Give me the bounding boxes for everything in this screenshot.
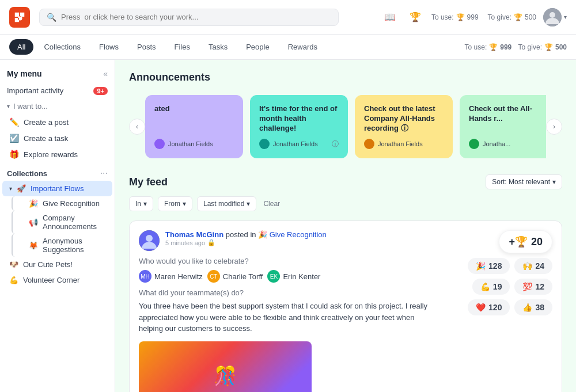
svg-point-1 [550, 12, 555, 18]
coll-label-volunteer-corner: Volunteer Corner [23, 276, 79, 284]
announcement-card-4[interactable]: Check out the All-Hands r... Jonatha... [460, 95, 546, 158]
search-input[interactable] [61, 13, 331, 21]
tab-collections[interactable]: Collections [36, 39, 89, 55]
reaction-hands[interactable]: 🙌 24 [514, 258, 552, 274]
sidebar-collapse-btn[interactable]: « [103, 69, 108, 78]
tab-files[interactable]: Files [166, 39, 198, 55]
coins-to-use: To use: 🏆 999 [431, 13, 479, 21]
post-avatar-image [139, 230, 160, 251]
avatar-image [543, 8, 562, 26]
trophy-points: +🏆 20 [499, 230, 552, 253]
sidebar-item-volunteer-corner[interactable]: 💪 Volunteer Corner [2, 272, 112, 288]
collections-label: Collections [7, 169, 47, 178]
create-task-icon: ☑️ [9, 134, 19, 143]
announcements-track: ated Jonathan Fields It's time for the e… [145, 93, 546, 161]
reaction-party[interactable]: 🎉 128 [468, 258, 510, 274]
ann-card-info-2: ⓘ [332, 139, 339, 149]
carousel-prev-btn[interactable]: ‹ [129, 119, 145, 135]
activity-label: Important activity [7, 86, 63, 95]
search-bar[interactable]: 🔍 [39, 9, 339, 26]
trophy-icon: +🏆 [509, 235, 528, 248]
book-icon-btn[interactable]: 📖 [381, 8, 399, 26]
create-post-item[interactable]: ✏️ Create a post [2, 114, 112, 130]
announcement-card-2[interactable]: It's time for the end of month health ch… [250, 95, 348, 158]
reaction-row-3: ❤️ 120 👍 38 [468, 299, 552, 315]
tab-tasks[interactable]: Tasks [200, 39, 236, 55]
sidebar-item-anonymous-suggestions[interactable]: 🦊 Anonymous Suggestions [12, 234, 112, 257]
i-want-to-label: I want to... [13, 102, 48, 111]
logo-icon [13, 11, 26, 24]
coins-info: To use: 🏆 999 To give: 🏆 500 [431, 13, 536, 21]
post-channel-link[interactable]: Give Recognition [270, 230, 327, 239]
post-question1: Who would you like to celebrate? [139, 257, 439, 265]
main-content: Announcements ‹ ated Jonathan Fields It'… [115, 60, 576, 392]
post-image-overlay: 🎊 [139, 341, 312, 393]
reaction-muscle[interactable]: 💪 19 [472, 279, 510, 295]
announcement-card-3[interactable]: Check out the latest Company All-Hands r… [355, 95, 453, 158]
coll-icon-important-flows: 🚀 [17, 184, 26, 193]
filter-from-btn[interactable]: From ▾ [158, 196, 192, 211]
reaction-row-2: 💪 19 💯 12 [472, 279, 552, 295]
coll-icon-give-recognition: 🎉 [29, 199, 38, 208]
tab-all[interactable]: All [9, 39, 33, 55]
ann-card-author-4: Jonatha... [469, 139, 510, 149]
reaction-hundred[interactable]: 💯 12 [514, 279, 552, 295]
collections-header: Collections ··· [0, 162, 115, 181]
trophy-count: 20 [531, 236, 543, 248]
reaction-heart[interactable]: ❤️ 120 [468, 299, 510, 315]
collections-more-btn[interactable]: ··· [100, 168, 108, 178]
main-layout: My menu « Important activity 9+ ▾ I want… [0, 60, 576, 392]
post-action: posted in [226, 230, 258, 239]
announcement-card-1[interactable]: ated Jonathan Fields [145, 95, 243, 158]
post-channel-icon: 🎉 [258, 230, 267, 239]
post-author-name[interactable]: Thomas McGinn [165, 230, 223, 239]
reaction-party-count: 128 [488, 261, 502, 271]
sort-button[interactable]: Sort: Most relevant ▾ [486, 174, 562, 189]
announcements-carousel: ‹ ated Jonathan Fields It's time for the… [129, 93, 562, 161]
sidebar-item-our-cute-pets[interactable]: 🐶 Our Cute Pets! [2, 257, 112, 272]
explore-rewards-item[interactable]: 🎁 Explore rewards [2, 146, 112, 162]
reaction-hundred-count: 12 [535, 282, 544, 291]
filter-in-btn[interactable]: In ▾ [129, 196, 153, 211]
coll-label-anonymous-suggestions: Anonymous Suggestions [43, 237, 105, 254]
filter-from-chevron: ▾ [183, 200, 186, 208]
tab-people[interactable]: People [238, 39, 277, 55]
feed-header: My feed Sort: Most relevant ▾ [129, 174, 562, 189]
create-post-label: Create a post [24, 118, 69, 127]
sidebar-item-give-recognition[interactable]: 🎉 Give Recognition [12, 196, 112, 211]
coll-icon-anonymous-suggestions: 🦊 [29, 241, 38, 250]
author-avatar-3 [364, 139, 374, 149]
person-charlie: CT Charlie Torff [207, 270, 263, 283]
header-right: 📖 🏆 To use: 🏆 999 To give: 🏆 500 [381, 8, 567, 26]
reaction-thumbsup[interactable]: 👍 38 [514, 299, 552, 315]
ann-card-title-4: Check out the All-Hands r... [469, 104, 546, 124]
filter-from-label: From [164, 200, 180, 208]
create-task-item[interactable]: ☑️ Create a task [2, 130, 112, 146]
app-logo[interactable] [9, 7, 30, 28]
explore-rewards-label: Explore rewards [24, 150, 78, 159]
carousel-next-btn[interactable]: › [546, 119, 562, 135]
filter-lastmod-btn[interactable]: Last modified ▾ [197, 196, 256, 211]
sidebar-item-important-flows[interactable]: ▾ 🚀 Important Flows [2, 181, 112, 196]
tab-flows[interactable]: Flows [91, 39, 127, 55]
filter-clear-btn[interactable]: Clear [263, 200, 280, 208]
reaction-heart-count: 120 [488, 303, 502, 312]
coins-to-give: To give: 🏆 500 [488, 13, 536, 21]
sidebar-item-company-announcements[interactable]: 📢 Company Announcements [12, 211, 112, 234]
tab-posts[interactable]: Posts [129, 39, 164, 55]
person-avatar-charlie: CT [207, 270, 220, 283]
sidebar-header: My menu « [0, 67, 115, 83]
svg-point-3 [146, 235, 153, 242]
gift-icon-btn[interactable]: 🏆 [406, 8, 425, 26]
user-avatar-dropdown[interactable]: ▾ [543, 8, 567, 26]
person-avatar-erin: EK [267, 270, 280, 283]
reaction-thumbsup-count: 38 [535, 303, 544, 312]
important-activity-row[interactable]: Important activity 9+ [0, 83, 115, 98]
post-left: Thomas McGinn posted in 🎉 Give Recogniti… [139, 230, 439, 392]
ann-card-author-2: Jonathan Fields [259, 139, 318, 149]
sort-chevron-icon: ▾ [552, 178, 556, 186]
post-time: 5 minutes ago 🔒 [165, 239, 439, 246]
tab-rewards[interactable]: Rewards [280, 39, 325, 55]
i-want-to-row[interactable]: ▾ I want to... [0, 98, 115, 114]
coll-icon-company-announcements: 📢 [29, 218, 38, 227]
